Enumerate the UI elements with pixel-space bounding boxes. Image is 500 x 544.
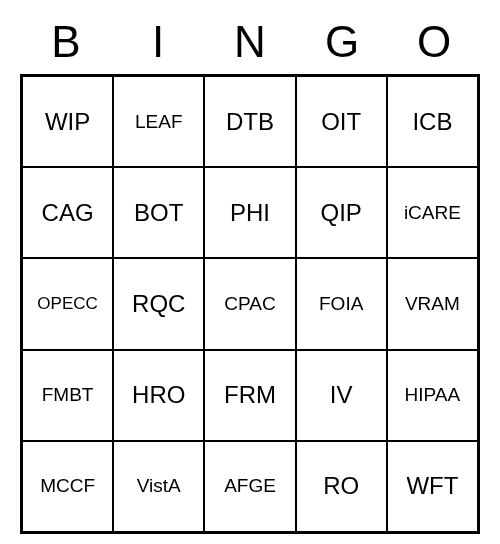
bingo-header-row: B I N G O <box>20 10 480 74</box>
bingo-cell[interactable]: RQC <box>113 258 204 349</box>
bingo-cell[interactable]: HRO <box>113 350 204 441</box>
bingo-cell[interactable]: LEAF <box>113 76 204 167</box>
bingo-cell[interactable]: AFGE <box>204 441 295 532</box>
bingo-cell[interactable]: DTB <box>204 76 295 167</box>
bingo-cell[interactable]: OIT <box>296 76 387 167</box>
bingo-cell[interactable]: iCARE <box>387 167 478 258</box>
bingo-cell[interactable]: OPECC <box>22 258 113 349</box>
bingo-cell[interactable]: IV <box>296 350 387 441</box>
bingo-cell[interactable]: FMBT <box>22 350 113 441</box>
bingo-cell[interactable]: RO <box>296 441 387 532</box>
header-g: G <box>296 10 388 74</box>
bingo-cell[interactable]: CPAC <box>204 258 295 349</box>
bingo-grid: WIP LEAF DTB OIT ICB CAG BOT PHI QIP iCA… <box>20 74 480 534</box>
header-o: O <box>388 10 480 74</box>
bingo-card: B I N G O WIP LEAF DTB OIT ICB CAG BOT P… <box>20 10 480 534</box>
bingo-cell[interactable]: BOT <box>113 167 204 258</box>
bingo-cell[interactable]: ICB <box>387 76 478 167</box>
bingo-cell[interactable]: FOIA <box>296 258 387 349</box>
bingo-cell[interactable]: WIP <box>22 76 113 167</box>
bingo-cell[interactable]: HIPAA <box>387 350 478 441</box>
bingo-cell[interactable]: VistA <box>113 441 204 532</box>
bingo-cell[interactable]: WFT <box>387 441 478 532</box>
header-i: I <box>112 10 204 74</box>
bingo-cell[interactable]: PHI <box>204 167 295 258</box>
bingo-cell[interactable]: FRM <box>204 350 295 441</box>
bingo-cell[interactable]: QIP <box>296 167 387 258</box>
header-b: B <box>20 10 112 74</box>
header-n: N <box>204 10 296 74</box>
bingo-cell[interactable]: MCCF <box>22 441 113 532</box>
bingo-cell[interactable]: VRAM <box>387 258 478 349</box>
bingo-cell[interactable]: CAG <box>22 167 113 258</box>
